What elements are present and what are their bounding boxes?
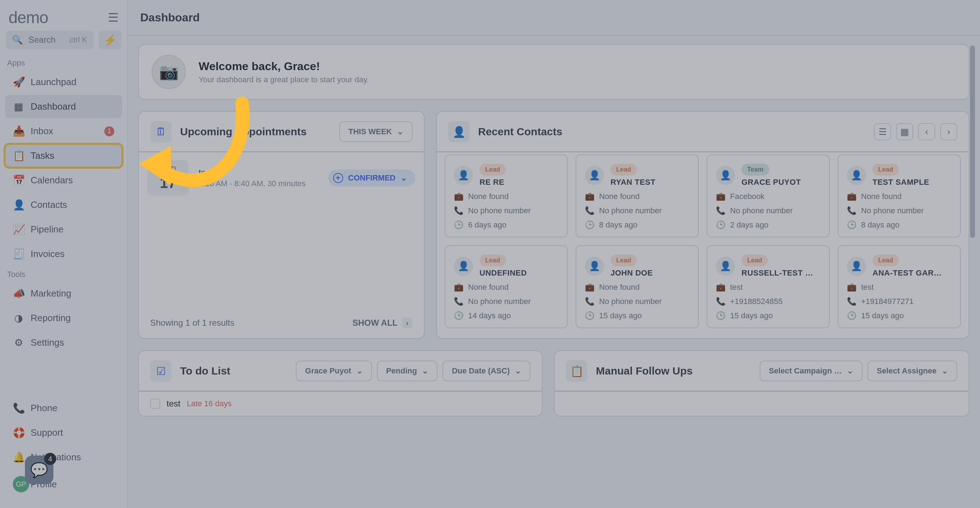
sidebar-item-launchpad[interactable]: 🚀Launchpad	[5, 70, 122, 94]
dashboard-icon: ▦	[13, 101, 24, 113]
sidebar: demo ☰ 🔍 Search ctrl K ⚡ Apps 🚀Launchpad…	[0, 0, 127, 508]
reporting-icon: ◑	[13, 312, 24, 324]
chevron-down-icon: ⌄	[515, 366, 521, 376]
chevron-down-icon: ⌄	[397, 127, 403, 136]
clock-icon: 🕒	[585, 311, 594, 320]
chevron-down-icon: ⌄	[942, 366, 948, 376]
campaign-filter[interactable]: Select Campaign …⌄	[760, 361, 862, 381]
avatar-icon: 👤	[454, 257, 473, 276]
section-apps-label: Apps	[0, 54, 127, 70]
contact-card[interactable]: 👤LeadUNDEFINED💼None found📞No phone numbe…	[445, 245, 568, 328]
sidebar-item-label: Launchpad	[30, 76, 76, 88]
avatar-icon: 👤	[716, 166, 735, 185]
results-count: Showing 1 of 1 results	[150, 318, 234, 328]
sidebar-item-inbox[interactable]: 📥Inbox1	[5, 119, 122, 143]
welcome-card: 📷 Welcome back, Grace! Your dashboard is…	[138, 44, 969, 100]
sidebar-item-label: Pipeline	[30, 224, 64, 235]
sidebar-item-settings[interactable]: ⚙Settings	[5, 331, 122, 354]
contact-card[interactable]: 👤LeadANA-TEST GAR…💼test📞+19184977271🕒15 …	[838, 245, 961, 328]
sidebar-item-pipeline[interactable]: 📈Pipeline	[5, 218, 122, 241]
todo-item[interactable]: test Late 16 days	[139, 392, 542, 416]
contact-name: RYAN TEST	[611, 178, 655, 187]
contact-card[interactable]: 👤TeamGRACE PUYOT💼Facebook📞No phone numbe…	[706, 154, 830, 237]
contact-name: RUSSELL-TEST …	[741, 268, 813, 278]
phone-icon: 📞	[847, 206, 856, 215]
invoices-icon: 🧾	[13, 248, 24, 260]
contact-card[interactable]: 👤LeadRUSSELL-TEST …💼test📞+19188524855🕒15…	[706, 245, 830, 328]
briefcase-icon: 💼	[454, 283, 463, 292]
contact-type-badge: Lead	[872, 255, 899, 266]
todo-heading: To do List	[180, 365, 287, 377]
contact-card[interactable]: 👤LeadRYAN TEST💼None found📞No phone numbe…	[576, 154, 699, 237]
sidebar-item-support[interactable]: 🛟Support	[5, 421, 122, 444]
prev-page-icon[interactable]: ‹	[918, 123, 935, 140]
todo-status-filter[interactable]: Pending⌄	[377, 361, 438, 381]
contact-type-badge: Lead	[872, 164, 899, 175]
sidebar-item-phone[interactable]: 📞Phone	[5, 397, 122, 420]
section-tools-label: Tools	[0, 266, 127, 282]
sidebar-item-marketing[interactable]: 📣Marketing	[5, 282, 122, 305]
sidebar-item-profile[interactable]: GPProfile	[5, 470, 122, 498]
avatar-icon: 👤	[585, 166, 604, 185]
sidebar-item-reporting[interactable]: ◑Reporting	[5, 306, 122, 330]
view-grid-icon[interactable]: ▦	[896, 123, 913, 140]
briefcase-icon: 💼	[585, 192, 594, 201]
briefcase-icon: 💼	[585, 283, 594, 292]
camera-icon[interactable]: 📷	[152, 55, 186, 89]
avatar-icon: 👤	[585, 257, 604, 276]
checkbox[interactable]	[150, 399, 160, 409]
view-list-icon[interactable]: ☰	[874, 123, 891, 140]
phone-icon: 📞	[13, 402, 24, 414]
sidebar-item-contacts[interactable]: 👤Contacts	[5, 193, 122, 217]
menu-toggle-icon[interactable]: ☰	[108, 10, 119, 25]
contacts-heading: Recent Contacts	[478, 126, 865, 138]
sidebar-item-notifications[interactable]: 🔔Notifications	[5, 446, 122, 469]
inbox-icon: 📥	[13, 125, 24, 137]
badge-count: 1	[104, 126, 114, 136]
profile-icon: GP	[13, 476, 24, 492]
scrollbar[interactable]	[970, 46, 975, 238]
chevron-down-icon: ⌄	[356, 366, 363, 376]
contact-type-badge: Lead	[611, 255, 637, 266]
quick-action-button[interactable]: ⚡	[99, 30, 121, 49]
settings-icon: ⚙	[13, 337, 24, 349]
phone-icon: 📞	[716, 297, 725, 306]
briefcase-icon: 💼	[847, 283, 856, 292]
briefcase-icon: 💼	[716, 283, 725, 292]
search-shortcut: ctrl K	[69, 35, 87, 45]
search-input[interactable]: 🔍 Search ctrl K	[6, 30, 94, 49]
contact-name: GRACE PUYOT	[741, 178, 801, 187]
sidebar-item-label: Settings	[30, 337, 64, 348]
avatar-icon: 👤	[847, 166, 866, 185]
next-page-icon[interactable]: ›	[940, 123, 957, 140]
search-placeholder: Search	[29, 35, 56, 45]
appointment-row[interactable]: WED17test8:10 AM - 8:40 AM, 30 minutes+C…	[139, 152, 424, 204]
sidebar-item-invoices[interactable]: 🧾Invoices	[5, 242, 122, 266]
contact-card[interactable]: 👤LeadJOHN DOE💼None found📞No phone number…	[576, 245, 699, 328]
followups-heading: Manual Follow Ups	[596, 365, 751, 377]
plus-icon: +	[333, 173, 343, 183]
person-icon: 👤	[448, 121, 469, 142]
todo-sort-filter[interactable]: Due Date (ASC)⌄	[442, 361, 530, 381]
sidebar-item-calendars[interactable]: 📅Calendars	[5, 169, 122, 192]
page-title: Dashboard	[127, 0, 980, 36]
appointments-heading: Upcoming Appointments	[180, 126, 331, 138]
todo-assignee-filter[interactable]: Grace Puyot⌄	[296, 361, 372, 381]
contact-type-badge: Lead	[479, 164, 506, 175]
contact-type-badge: Lead	[741, 255, 768, 266]
chevron-down-icon: ⌄	[422, 366, 428, 376]
appointments-card: 🗓 Upcoming Appointments THIS WEEK ⌄ WED1…	[138, 111, 425, 339]
contact-card[interactable]: 👤LeadRE RE💼None found📞No phone number🕒6 …	[445, 154, 568, 237]
clock-icon: 🕒	[716, 311, 725, 320]
contact-card[interactable]: 👤LeadTEST SAMPLE💼None found📞No phone num…	[838, 154, 961, 237]
sidebar-item-label: Tasks	[30, 150, 54, 161]
sidebar-item-tasks[interactable]: 📋Tasks	[5, 144, 122, 167]
show-all-button[interactable]: SHOW ALL ›	[352, 317, 412, 328]
briefcase-icon: 💼	[716, 192, 725, 201]
launchpad-icon: 🚀	[13, 76, 24, 88]
date-range-select[interactable]: THIS WEEK ⌄	[339, 121, 412, 142]
status-chip[interactable]: +CONFIRMED⌄	[328, 169, 415, 186]
sidebar-item-dashboard[interactable]: ▦Dashboard	[5, 95, 122, 118]
assignee-filter[interactable]: Select Assignee⌄	[867, 361, 957, 381]
chat-widget[interactable]: 💬	[25, 455, 53, 484]
